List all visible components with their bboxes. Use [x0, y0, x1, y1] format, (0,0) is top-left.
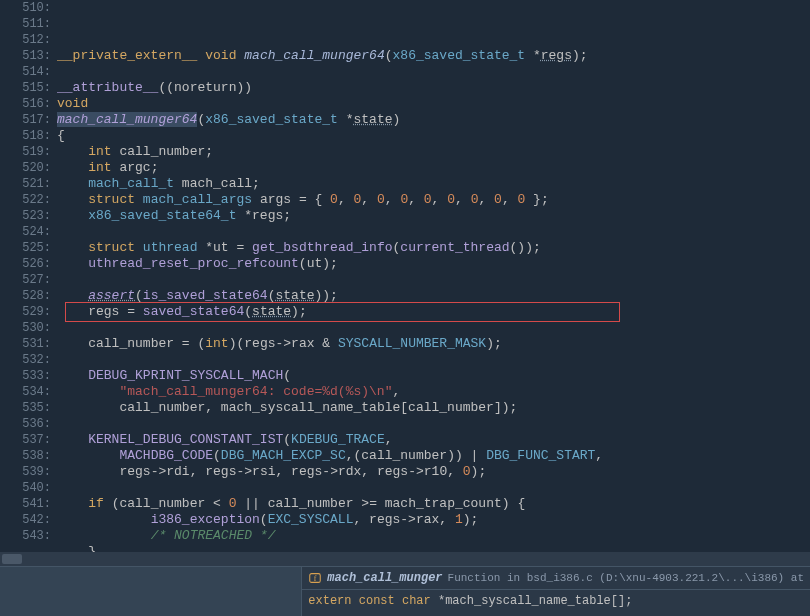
function-reference-header[interactable]: f mach_call_munger Function in bsd_i386.… — [302, 567, 810, 590]
function-name: mach_call_munger — [327, 571, 442, 585]
code-line[interactable]: int call_number; — [57, 144, 810, 160]
line-number: 513: — [0, 48, 51, 64]
code-line[interactable]: DEBUG_KPRINT_SYSCALL_MACH( — [57, 368, 810, 384]
code-line[interactable]: __attribute__((noreturn)) — [57, 80, 810, 96]
line-number: 525: — [0, 240, 51, 256]
code-line[interactable]: { — [57, 128, 810, 144]
line-number: 522: — [0, 192, 51, 208]
line-number: 541: — [0, 496, 51, 512]
line-number: 540: — [0, 480, 51, 496]
code-line[interactable]: regs->rdi, regs->rsi, regs->rdx, regs->r… — [57, 464, 810, 480]
bottom-panel-right: f mach_call_munger Function in bsd_i386.… — [302, 567, 810, 616]
code-line[interactable] — [57, 416, 810, 432]
code-line[interactable]: if (call_number < 0 || call_number >= ma… — [57, 496, 810, 512]
line-number: 534: — [0, 384, 51, 400]
code-line[interactable]: regs = saved_state64(state); — [57, 304, 810, 320]
line-number: 533: — [0, 368, 51, 384]
line-number: 543: — [0, 528, 51, 544]
function-icon: f — [308, 571, 322, 585]
line-number: 510: — [0, 0, 51, 16]
line-number: 529: — [0, 304, 51, 320]
line-number: 542: — [0, 512, 51, 528]
code-line[interactable]: "mach_call_munger64: code=%d(%s)\n", — [57, 384, 810, 400]
code-line[interactable] — [57, 272, 810, 288]
bottom-panel: f mach_call_munger Function in bsd_i386.… — [0, 566, 810, 616]
line-number: 536: — [0, 416, 51, 432]
line-number: 511: — [0, 16, 51, 32]
line-number: 521: — [0, 176, 51, 192]
code-line[interactable]: void — [57, 96, 810, 112]
line-number-gutter: 510:511:512:513:514:515:516:517:518:519:… — [0, 0, 55, 566]
code-line[interactable]: assert(is_saved_state64(state)); — [57, 288, 810, 304]
horizontal-scrollbar[interactable] — [0, 552, 810, 566]
line-number: 535: — [0, 400, 51, 416]
code-content[interactable]: __private_extern__ void mach_call_munger… — [55, 0, 810, 566]
line-number: 520: — [0, 160, 51, 176]
code-line[interactable] — [57, 352, 810, 368]
line-number: 537: — [0, 432, 51, 448]
line-number: 515: — [0, 80, 51, 96]
code-line[interactable]: /* NOTREACHED */ — [57, 528, 810, 544]
function-preview-snippet: extern const char *mach_syscall_name_tab… — [302, 590, 810, 616]
line-number: 512: — [0, 32, 51, 48]
line-number: 523: — [0, 208, 51, 224]
line-number: 530: — [0, 320, 51, 336]
line-number: 524: — [0, 224, 51, 240]
bottom-panel-left — [0, 567, 302, 616]
code-line[interactable]: MACHDBG_CODE(DBG_MACH_EXCP_SC,(call_numb… — [57, 448, 810, 464]
line-number: 516: — [0, 96, 51, 112]
code-line[interactable]: call_number, mach_syscall_name_table[cal… — [57, 400, 810, 416]
line-number: 519: — [0, 144, 51, 160]
code-line[interactable]: int argc; — [57, 160, 810, 176]
code-line[interactable]: struct uthread *ut = get_bsdthread_info(… — [57, 240, 810, 256]
code-editor[interactable]: 510:511:512:513:514:515:516:517:518:519:… — [0, 0, 810, 566]
code-line[interactable]: KERNEL_DEBUG_CONSTANT_IST(KDEBUG_TRACE, — [57, 432, 810, 448]
code-line[interactable]: i386_exception(EXC_SYSCALL, regs->rax, 1… — [57, 512, 810, 528]
code-line[interactable] — [57, 64, 810, 80]
line-number: 518: — [0, 128, 51, 144]
code-line[interactable]: __private_extern__ void mach_call_munger… — [57, 48, 810, 64]
code-line[interactable]: mach_call_munger64(x86_saved_state_t *st… — [57, 112, 810, 128]
line-number: 532: — [0, 352, 51, 368]
line-number: 527: — [0, 272, 51, 288]
code-line[interactable] — [57, 480, 810, 496]
line-number: 514: — [0, 64, 51, 80]
code-line[interactable]: x86_saved_state64_t *regs; — [57, 208, 810, 224]
function-location: Function in bsd_i386.c (D:\xnu-4903.221.… — [448, 572, 804, 584]
line-number: 539: — [0, 464, 51, 480]
code-line[interactable] — [57, 224, 810, 240]
line-number: 517: — [0, 112, 51, 128]
line-number: 531: — [0, 336, 51, 352]
line-number: 538: — [0, 448, 51, 464]
code-line[interactable]: mach_call_t mach_call; — [57, 176, 810, 192]
line-number: 526: — [0, 256, 51, 272]
code-line[interactable]: uthread_reset_proc_refcount(ut); — [57, 256, 810, 272]
code-line[interactable] — [57, 320, 810, 336]
code-line[interactable]: struct mach_call_args args = { 0, 0, 0, … — [57, 192, 810, 208]
svg-text:f: f — [314, 574, 317, 583]
code-line[interactable]: call_number = (int)(regs->rax & SYSCALL_… — [57, 336, 810, 352]
line-number: 528: — [0, 288, 51, 304]
scrollbar-thumb[interactable] — [2, 554, 22, 564]
